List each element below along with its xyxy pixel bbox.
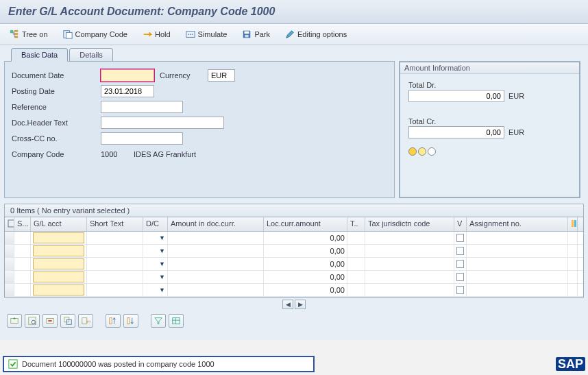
insert-row-button[interactable] [7, 314, 22, 328]
cell-tax-jurisdiction[interactable] [365, 232, 454, 244]
cell-tax-code[interactable] [347, 284, 365, 296]
table-row[interactable]: ▼0,00 [5, 258, 583, 271]
table-row[interactable]: ▼0,00 [5, 284, 583, 297]
cell-dc-dropdown[interactable]: ▼ [143, 258, 168, 270]
cell-tax-code[interactable] [347, 232, 365, 244]
cell-dc-dropdown[interactable]: ▼ [143, 232, 168, 244]
copy-row-button[interactable] [60, 314, 75, 328]
tab-basic-data[interactable]: Basic Data [11, 48, 68, 62]
cell-assignment[interactable] [467, 258, 568, 270]
park-button[interactable]: Park [239, 28, 273, 40]
row-selector[interactable] [5, 271, 14, 283]
cell-assignment[interactable] [467, 245, 568, 257]
posting-date-input[interactable] [101, 85, 154, 97]
filter-button[interactable] [151, 314, 166, 328]
currency-input[interactable] [208, 69, 235, 82]
cell-tax-jurisdiction[interactable] [365, 284, 454, 296]
scroll-left-button[interactable]: ◀ [282, 300, 293, 309]
header-text-input[interactable] [101, 117, 224, 129]
row-selector[interactable] [5, 245, 14, 257]
cell-dc-dropdown[interactable]: ▼ [143, 245, 168, 257]
row-selector[interactable] [5, 258, 14, 270]
cell-gl-acct[interactable] [31, 232, 87, 244]
table-row[interactable]: ▼0,00 [5, 245, 583, 258]
cell-v-checkbox[interactable] [454, 271, 467, 283]
cell-assignment[interactable] [467, 284, 568, 296]
cell-v-checkbox[interactable] [454, 258, 467, 270]
delete-row-button[interactable] [42, 314, 58, 328]
cell-tax-jurisdiction[interactable] [365, 258, 454, 270]
configure-columns-icon[interactable] [568, 217, 578, 231]
save-icon [242, 29, 252, 39]
cell-tax-code[interactable] [347, 245, 365, 257]
tab-details[interactable]: Details [69, 48, 113, 62]
col-loc-amount[interactable]: Loc.curr.amount [264, 217, 347, 231]
editing-options-button[interactable]: Editing options [282, 28, 350, 40]
cell-v-checkbox[interactable] [454, 232, 467, 244]
cross-cc-input[interactable] [101, 132, 183, 145]
cell-status[interactable] [14, 232, 31, 244]
col-gl-acct[interactable]: G/L acct [31, 217, 87, 231]
svg-point-7 [188, 34, 189, 35]
cell-amount-doc[interactable] [168, 271, 264, 283]
col-status[interactable]: S... [14, 217, 31, 231]
table-row[interactable]: ▼0,00 [5, 271, 583, 284]
document-date-input[interactable] [101, 69, 154, 82]
layout-button[interactable] [169, 314, 184, 328]
cell-loc-amount[interactable]: 0,00 [264, 271, 347, 283]
cell-loc-amount[interactable]: 0,00 [264, 284, 347, 296]
cell-status[interactable] [14, 245, 31, 257]
row-selector[interactable] [5, 232, 14, 244]
cell-status[interactable] [14, 258, 31, 270]
cell-status[interactable] [14, 271, 31, 283]
append-rows-button[interactable]: ++ [78, 314, 93, 328]
cell-gl-acct[interactable] [31, 271, 87, 283]
col-tax-code[interactable]: T.. [347, 217, 365, 231]
cell-short-text[interactable] [87, 258, 143, 270]
cell-tax-jurisdiction[interactable] [365, 245, 454, 257]
svg-rect-12 [245, 35, 249, 38]
col-assignment[interactable]: Assignment no. [467, 217, 568, 231]
col-amount-doc[interactable]: Amount in doc.curr. [168, 217, 264, 231]
cell-dc-dropdown[interactable]: ▼ [143, 271, 168, 283]
col-dc[interactable]: D/C [143, 217, 168, 231]
cell-loc-amount[interactable]: 0,00 [264, 258, 347, 270]
select-all-icon[interactable] [5, 217, 14, 231]
col-short-text[interactable]: Short Text [87, 217, 143, 231]
details-button[interactable] [25, 314, 40, 328]
sort-desc-button[interactable] [123, 314, 138, 328]
table-row[interactable]: ▼0,00 [5, 232, 583, 245]
cell-gl-acct[interactable] [31, 245, 87, 257]
cell-amount-doc[interactable] [168, 284, 264, 296]
cell-short-text[interactable] [87, 271, 143, 283]
cell-tax-code[interactable] [347, 271, 365, 283]
cell-short-text[interactable] [87, 232, 143, 244]
cell-status[interactable] [14, 284, 31, 296]
col-tax-jurisdiction[interactable]: Tax jurisdictn code [365, 217, 454, 231]
cell-amount-doc[interactable] [168, 245, 264, 257]
cell-v-checkbox[interactable] [454, 245, 467, 257]
cell-gl-acct[interactable] [31, 258, 87, 270]
cell-loc-amount[interactable]: 0,00 [264, 232, 347, 244]
sort-asc-button[interactable] [106, 314, 121, 328]
cell-amount-doc[interactable] [168, 258, 264, 270]
cell-assignment[interactable] [467, 271, 568, 283]
cell-tax-code[interactable] [347, 258, 365, 270]
cell-dc-dropdown[interactable]: ▼ [143, 284, 168, 296]
simulate-button[interactable]: Simulate [183, 28, 230, 40]
cell-short-text[interactable] [87, 284, 143, 296]
cell-assignment[interactable] [467, 232, 568, 244]
cell-v-checkbox[interactable] [454, 284, 467, 296]
reference-input[interactable] [101, 101, 183, 113]
row-selector[interactable] [5, 284, 14, 296]
cell-loc-amount[interactable]: 0,00 [264, 245, 347, 257]
cell-amount-doc[interactable] [168, 232, 264, 244]
tree-on-button[interactable]: Tree on [7, 28, 51, 40]
company-code-button[interactable]: Company Code [60, 28, 130, 40]
cell-tax-jurisdiction[interactable] [365, 271, 454, 283]
cell-short-text[interactable] [87, 245, 143, 257]
scroll-right-button[interactable]: ▶ [295, 300, 306, 309]
col-v[interactable]: V [454, 217, 467, 231]
hold-button[interactable]: Hold [140, 28, 173, 40]
cell-gl-acct[interactable] [31, 284, 87, 296]
